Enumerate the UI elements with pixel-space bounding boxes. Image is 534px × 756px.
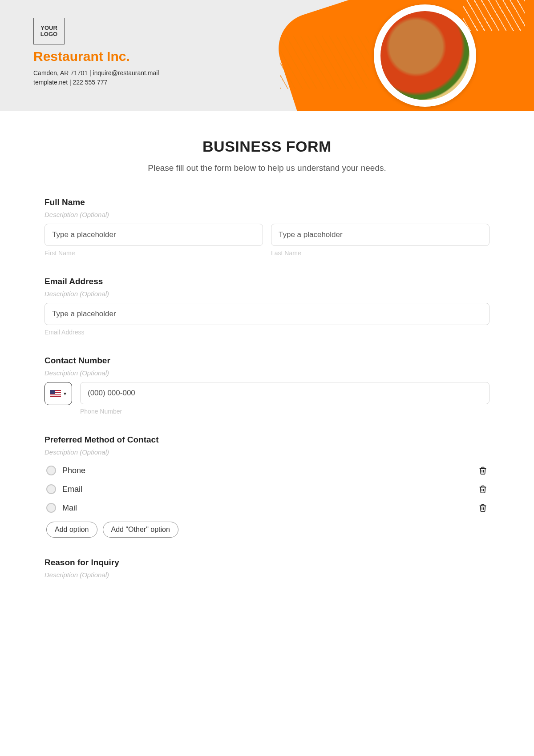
- option-label-email[interactable]: Email: [62, 485, 82, 494]
- option-row-email: Email: [44, 480, 490, 499]
- form-container: BUSINESS FORM Please fill out the form b…: [0, 111, 534, 602]
- logo-placeholder: YOUR LOGO: [33, 18, 65, 44]
- phone-desc[interactable]: Description (Optional): [44, 369, 490, 377]
- decorative-hatch-light: [463, 0, 525, 31]
- email-label: Email Address: [44, 277, 490, 286]
- email-sublabel: Email Address: [44, 329, 490, 336]
- field-reason: Reason for Inquiry Description (Optional…: [44, 558, 490, 579]
- last-name-sublabel: Last Name: [271, 249, 490, 257]
- form-subtitle: Please fill out the form below to help u…: [44, 163, 490, 173]
- reason-desc[interactable]: Description (Optional): [44, 571, 490, 579]
- trash-icon[interactable]: [478, 466, 488, 475]
- phone-label: Contact Number: [44, 356, 490, 366]
- country-code-selector[interactable]: ▾: [44, 382, 72, 405]
- radio-email[interactable]: [46, 484, 56, 494]
- trash-icon[interactable]: [478, 484, 488, 494]
- phone-sublabel: Phone Number: [80, 408, 490, 415]
- last-name-input[interactable]: [271, 224, 490, 246]
- option-row-phone: Phone: [44, 461, 490, 480]
- chevron-down-icon: ▾: [64, 390, 66, 397]
- full-name-desc[interactable]: Description (Optional): [44, 211, 490, 218]
- phone-input[interactable]: [80, 382, 490, 404]
- field-contact-method: Preferred Method of Contact Description …: [44, 435, 490, 538]
- food-image-inner: [380, 11, 469, 100]
- email-desc[interactable]: Description (Optional): [44, 290, 490, 298]
- add-option-button[interactable]: Add option: [46, 522, 97, 538]
- radio-phone[interactable]: [46, 466, 56, 475]
- email-input[interactable]: [44, 303, 490, 325]
- first-name-sublabel: First Name: [44, 249, 263, 257]
- add-other-option-button[interactable]: Add "Other" option: [103, 522, 178, 538]
- form-title: BUSINESS FORM: [44, 138, 490, 155]
- radio-mail[interactable]: [46, 503, 56, 513]
- option-label-phone[interactable]: Phone: [62, 466, 85, 475]
- reason-label: Reason for Inquiry: [44, 558, 490, 567]
- contact-method-label: Preferred Method of Contact: [44, 435, 490, 445]
- option-row-mail: Mail: [44, 499, 490, 517]
- full-name-label: Full Name: [44, 197, 490, 207]
- option-label-mail[interactable]: Mail: [62, 503, 77, 513]
- field-phone: Contact Number Description (Optional) ▾ …: [44, 356, 490, 415]
- trash-icon[interactable]: [478, 503, 488, 513]
- food-image: [374, 4, 476, 107]
- decorative-hatch: [280, 36, 369, 89]
- contact-method-desc[interactable]: Description (Optional): [44, 448, 490, 456]
- field-email: Email Address Description (Optional) Ema…: [44, 277, 490, 336]
- us-flag-icon: [50, 390, 61, 397]
- header-banner: YOUR LOGO Restaurant Inc. Camden, AR 717…: [0, 0, 534, 111]
- field-full-name: Full Name Description (Optional) First N…: [44, 197, 490, 257]
- first-name-input[interactable]: [44, 224, 263, 246]
